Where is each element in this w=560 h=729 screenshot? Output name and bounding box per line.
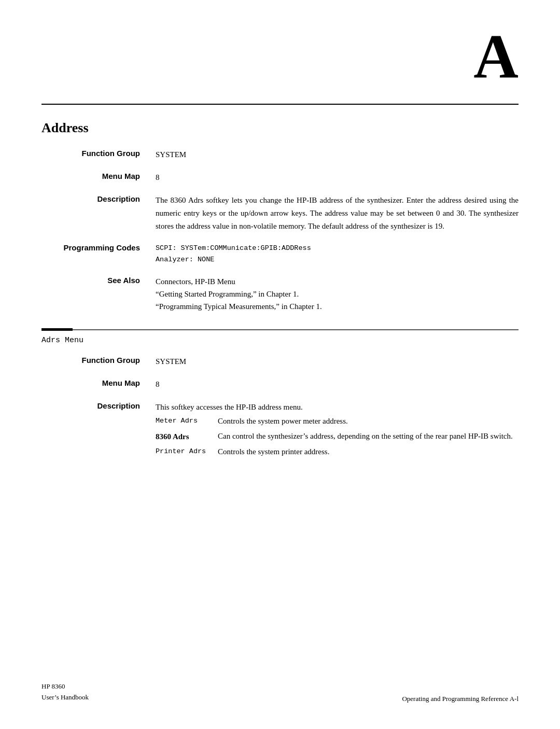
see-also-content: Connectors, HP-IB Menu “Getting Started …	[156, 275, 519, 313]
sub-content-meter: Controls the system power meter address.	[218, 415, 519, 427]
description-row-2: Description This softkey accesses the HP…	[41, 401, 519, 457]
prog-code-line-2: Analyzer: NONE	[156, 254, 519, 265]
function-group-label-1: Function Group	[41, 148, 156, 158]
sub-row-meter: Meter Adrs Controls the system power met…	[156, 415, 519, 427]
menu-map-content-2: 8	[156, 378, 519, 390]
programming-codes-row: Programming Codes SCPI: SYSTem:COMMunica…	[41, 243, 519, 265]
footer-left-line2: User’s Handbook	[41, 692, 89, 703]
footer-left-line1: HP 8360	[41, 681, 89, 692]
description-label-1: Description	[41, 194, 156, 203]
menu-map-content-1: 8	[156, 171, 519, 184]
menu-map-label-1: Menu Map	[41, 171, 156, 180]
menu-map-row-2: Menu Map 8	[41, 378, 519, 390]
function-group-row-2: Function Group SYSTEM	[41, 355, 519, 368]
sub-row-8360: 8360 Adrs Can control the synthesizer’s …	[156, 430, 519, 443]
sub-content-printer: Controls the system printer address.	[218, 446, 519, 458]
function-group-content-2: SYSTEM	[156, 355, 519, 368]
desc2-intro: This softkey accesses the HP-IB address …	[156, 401, 519, 413]
sub-content-8360: Can control the synthesizer’s address, d…	[218, 430, 519, 442]
sub-table: Meter Adrs Controls the system power met…	[156, 415, 519, 457]
page: A Address Function Group SYSTEM Menu Map…	[0, 0, 560, 729]
prog-code-line-1: SCPI: SYSTem:COMMunicate:GPIB:ADDRess	[156, 243, 519, 254]
top-rule	[41, 104, 519, 105]
description-row-1: Description The 8360 Adrs softkey lets y…	[41, 194, 519, 232]
sub-label-meter: Meter Adrs	[156, 415, 218, 427]
sub-row-printer: Printer Adrs Controls the system printer…	[156, 446, 519, 458]
mid-rule-wrapper	[41, 328, 519, 331]
see-also-row: See Also Connectors, HP-IB Menu “Getting…	[41, 275, 519, 313]
programming-codes-content: SCPI: SYSTem:COMMunicate:GPIB:ADDRess An…	[156, 243, 519, 265]
chapter-marker: A	[473, 21, 519, 92]
function-group-row-1: Function Group SYSTEM	[41, 148, 519, 161]
description-label-2: Description	[41, 401, 156, 410]
footer-left: HP 8360 User’s Handbook	[41, 681, 89, 703]
section2-title: Adrs Menu	[41, 336, 519, 345]
see-also-label: See Also	[41, 275, 156, 285]
see-also-line-3: “Programming Typical Measurements,” in C…	[156, 300, 519, 313]
programming-codes-label: Programming Codes	[41, 243, 156, 252]
see-also-line-1: Connectors, HP-IB Menu	[156, 275, 519, 288]
see-also-line-2: “Getting Started Programming,” in Chapte…	[156, 288, 519, 300]
mid-divider	[41, 328, 519, 331]
footer-right: Operating and Programming Reference A-l	[402, 695, 519, 703]
description-content-1: The 8360 Adrs softkey lets you change th…	[156, 194, 519, 232]
sub-label-printer: Printer Adrs	[156, 446, 218, 457]
mid-rule-thick	[41, 328, 73, 331]
description-content-2: This softkey accesses the HP-IB address …	[156, 401, 519, 457]
section1-title: Address	[41, 120, 519, 136]
footer: HP 8360 User’s Handbook Operating and Pr…	[41, 681, 519, 703]
sub-label-8360: 8360 Adrs	[156, 430, 218, 443]
menu-map-label-2: Menu Map	[41, 378, 156, 387]
function-group-content-1: SYSTEM	[156, 148, 519, 161]
menu-map-row-1: Menu Map 8	[41, 171, 519, 184]
mid-rule-thin	[73, 329, 519, 330]
function-group-label-2: Function Group	[41, 355, 156, 364]
